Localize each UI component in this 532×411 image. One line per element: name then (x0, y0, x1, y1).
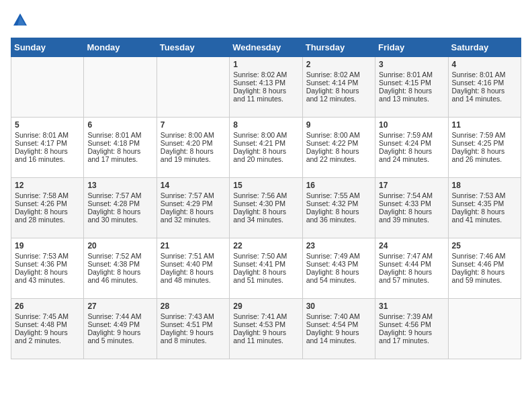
calendar-cell: 10Sunrise: 7:59 AMSunset: 4:24 PMDayligh… (375, 118, 448, 178)
day-number: 3 (379, 60, 444, 69)
day-number: 11 (452, 120, 517, 130)
calendar-cell (448, 299, 521, 359)
day-number: 19 (15, 241, 80, 250)
day-number: 22 (233, 241, 298, 250)
page-header (11, 11, 521, 30)
calendar-cell: 13Sunrise: 7:57 AMSunset: 4:28 PMDayligh… (84, 178, 157, 238)
weekday-header-row: SundayMondayTuesdayWednesdayThursdayFrid… (11, 38, 521, 57)
calendar-week-row: 19Sunrise: 7:53 AMSunset: 4:36 PMDayligh… (11, 238, 521, 299)
day-number: 25 (452, 241, 517, 250)
weekday-header-thursday: Thursday (302, 38, 375, 57)
day-number: 2 (306, 60, 371, 69)
day-number: 26 (15, 302, 80, 311)
calendar-cell: 28Sunrise: 7:43 AMSunset: 4:51 PMDayligh… (157, 299, 229, 359)
calendar-cell (11, 57, 84, 118)
day-number: 16 (306, 181, 371, 190)
day-number: 12 (15, 181, 80, 190)
calendar-cell: 14Sunrise: 7:57 AMSunset: 4:29 PMDayligh… (157, 178, 229, 238)
day-number: 20 (87, 241, 152, 250)
calendar-cell: 31Sunrise: 7:39 AMSunset: 4:56 PMDayligh… (375, 299, 448, 359)
calendar-cell: 11Sunrise: 7:59 AMSunset: 4:25 PMDayligh… (448, 118, 521, 178)
calendar-cell: 17Sunrise: 7:54 AMSunset: 4:33 PMDayligh… (375, 178, 448, 238)
day-number: 31 (379, 302, 444, 311)
day-number: 4 (452, 60, 517, 69)
day-number: 21 (161, 241, 226, 250)
day-number: 9 (306, 120, 371, 130)
logo (11, 11, 32, 30)
weekday-header-saturday: Saturday (448, 38, 521, 57)
calendar-cell: 20Sunrise: 7:52 AMSunset: 4:38 PMDayligh… (84, 238, 157, 299)
calendar-cell: 8Sunrise: 8:00 AMSunset: 4:21 PMDaylight… (230, 118, 302, 178)
calendar-cell: 19Sunrise: 7:53 AMSunset: 4:36 PMDayligh… (11, 238, 84, 299)
calendar-cell: 16Sunrise: 7:55 AMSunset: 4:32 PMDayligh… (302, 178, 375, 238)
day-number: 24 (379, 241, 444, 250)
day-number: 8 (233, 120, 298, 130)
calendar-cell: 4Sunrise: 8:01 AMSunset: 4:16 PMDaylight… (448, 57, 521, 118)
day-number: 27 (87, 302, 152, 311)
calendar-cell (157, 57, 229, 118)
day-number: 28 (161, 302, 226, 311)
day-number: 10 (379, 120, 444, 130)
calendar-week-row: 26Sunrise: 7:45 AMSunset: 4:48 PMDayligh… (11, 299, 521, 359)
weekday-header-sunday: Sunday (11, 38, 84, 57)
day-number: 30 (306, 302, 371, 311)
calendar-cell: 15Sunrise: 7:56 AMSunset: 4:30 PMDayligh… (230, 178, 302, 238)
logo-icon (11, 11, 30, 30)
calendar-cell: 3Sunrise: 8:01 AMSunset: 4:15 PMDaylight… (375, 57, 448, 118)
weekday-header-friday: Friday (375, 38, 448, 57)
weekday-header-tuesday: Tuesday (157, 38, 229, 57)
calendar-cell: 2Sunrise: 8:02 AMSunset: 4:14 PMDaylight… (302, 57, 375, 118)
day-number: 18 (452, 181, 517, 190)
day-number: 1 (233, 60, 298, 69)
day-number: 6 (87, 120, 152, 130)
day-number: 14 (161, 181, 226, 190)
calendar-cell: 26Sunrise: 7:45 AMSunset: 4:48 PMDayligh… (11, 299, 84, 359)
calendar-cell: 6Sunrise: 8:01 AMSunset: 4:18 PMDaylight… (84, 118, 157, 178)
day-number: 29 (233, 302, 298, 311)
day-number: 5 (15, 120, 80, 130)
calendar-cell: 24Sunrise: 7:47 AMSunset: 4:44 PMDayligh… (375, 238, 448, 299)
day-number: 7 (161, 120, 226, 130)
calendar-cell: 9Sunrise: 8:00 AMSunset: 4:22 PMDaylight… (302, 118, 375, 178)
calendar-cell: 22Sunrise: 7:50 AMSunset: 4:41 PMDayligh… (230, 238, 302, 299)
calendar-cell (84, 57, 157, 118)
calendar-cell: 23Sunrise: 7:49 AMSunset: 4:43 PMDayligh… (302, 238, 375, 299)
calendar-week-row: 1Sunrise: 8:02 AMSunset: 4:13 PMDaylight… (11, 57, 521, 118)
calendar-cell: 7Sunrise: 8:00 AMSunset: 4:20 PMDaylight… (157, 118, 229, 178)
calendar-cell: 12Sunrise: 7:58 AMSunset: 4:26 PMDayligh… (11, 178, 84, 238)
calendar-cell: 1Sunrise: 8:02 AMSunset: 4:13 PMDaylight… (230, 57, 302, 118)
weekday-header-monday: Monday (84, 38, 157, 57)
day-number: 23 (306, 241, 371, 250)
day-number: 15 (233, 181, 298, 190)
day-number: 13 (87, 181, 152, 190)
calendar-cell: 29Sunrise: 7:41 AMSunset: 4:53 PMDayligh… (230, 299, 302, 359)
calendar-cell: 30Sunrise: 7:40 AMSunset: 4:54 PMDayligh… (302, 299, 375, 359)
calendar-week-row: 12Sunrise: 7:58 AMSunset: 4:26 PMDayligh… (11, 178, 521, 238)
calendar-cell: 18Sunrise: 7:53 AMSunset: 4:35 PMDayligh… (448, 178, 521, 238)
calendar-cell: 5Sunrise: 8:01 AMSunset: 4:17 PMDaylight… (11, 118, 84, 178)
calendar-table: SundayMondayTuesdayWednesdayThursdayFrid… (11, 38, 521, 359)
day-number: 17 (379, 181, 444, 190)
calendar-week-row: 5Sunrise: 8:01 AMSunset: 4:17 PMDaylight… (11, 118, 521, 178)
calendar-cell: 25Sunrise: 7:46 AMSunset: 4:46 PMDayligh… (448, 238, 521, 299)
weekday-header-wednesday: Wednesday (230, 38, 302, 57)
calendar-cell: 27Sunrise: 7:44 AMSunset: 4:49 PMDayligh… (84, 299, 157, 359)
calendar-cell: 21Sunrise: 7:51 AMSunset: 4:40 PMDayligh… (157, 238, 229, 299)
